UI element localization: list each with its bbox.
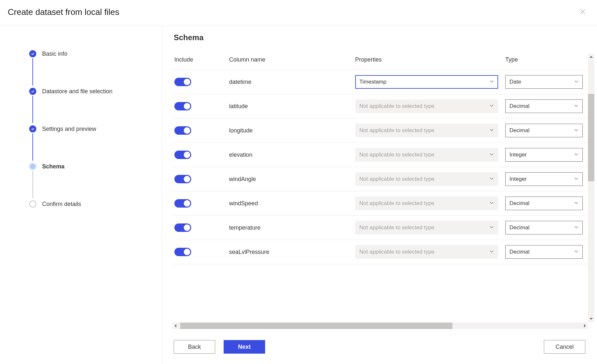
properties-select-disabled: Not applicable to selected type [355,124,498,137]
chevron-down-icon [489,249,494,255]
table-row: elevationNot applicable to selected type… [172,143,588,167]
footer: Back Next Cancel [172,330,597,364]
include-toggle[interactable] [174,102,191,110]
type-select[interactable]: Decimal [505,245,583,259]
include-toggle[interactable] [174,126,191,135]
include-toggle[interactable] [174,78,191,86]
back-button[interactable]: Back [174,340,215,354]
chevron-down-icon [574,127,579,134]
chevron-down-icon [489,79,494,85]
select-value: Decimal [509,200,529,207]
table-row: longitudeNot applicable to selected type… [172,119,588,143]
select-value: Integer [509,152,527,158]
include-toggle[interactable] [174,199,191,208]
type-select[interactable]: Decimal [505,124,583,137]
vertical-scroll-thumb[interactable] [588,94,594,181]
col-header-include: Include [172,54,227,70]
chevron-down-icon [574,79,579,85]
check-icon [29,125,36,132]
select-value: Not applicable to selected type [359,200,435,207]
wizard-sidebar: Basic infoDatastore and file selectionSe… [0,26,162,364]
include-toggle[interactable] [174,175,191,183]
table-row: latitudeNot applicable to selected typeD… [172,94,588,119]
select-value: Decimal [509,224,529,231]
properties-select-disabled: Not applicable to selected type [355,221,498,234]
properties-select-disabled: Not applicable to selected type [355,245,498,259]
table-row: windSpeedNot applicable to selected type… [172,191,588,216]
properties-select-disabled: Not applicable to selected type [355,197,498,210]
scroll-down-arrow[interactable] [588,315,594,322]
table-row: seaLvlPressureNot applicable to selected… [172,240,588,264]
properties-select[interactable]: Timestamp [355,75,498,89]
type-select[interactable]: Integer [505,148,583,162]
cancel-button[interactable]: Cancel [544,340,585,354]
chevron-down-icon [574,103,579,109]
toggle-knob [184,79,190,85]
close-button[interactable] [578,6,588,18]
wizard-step[interactable]: Datastore and file selection [29,87,149,96]
toggle-knob [184,249,190,255]
wizard-step[interactable]: Settings and preview [29,124,149,133]
step-marker-icon [29,200,36,208]
include-toggle[interactable] [174,151,191,159]
include-toggle[interactable] [174,248,191,256]
chevron-down-icon [489,176,494,182]
toggle-knob [184,152,190,158]
include-toggle[interactable] [174,223,191,232]
vertical-scrollbar[interactable] [588,54,594,322]
main-panel: Schema Include Column name Properties Ty… [162,26,597,364]
select-value: Timestamp [359,79,386,85]
scroll-up-arrow[interactable] [588,54,594,60]
next-button[interactable]: Next [224,340,265,354]
table-row: datetimeTimestampDate [172,70,588,94]
column-name-cell: latitude [227,94,353,119]
select-value: Date [509,79,521,85]
chevron-down-icon [489,224,494,231]
column-name-cell: elevation [227,143,353,167]
column-name-cell: longitude [227,119,353,143]
step-label: Settings and preview [42,126,96,132]
wizard-step[interactable]: Basic info [29,49,149,58]
chevron-down-icon [574,200,579,207]
select-value: Decimal [509,127,529,134]
type-select[interactable]: Decimal [505,221,583,234]
step-label: Schema [42,163,64,170]
type-select[interactable]: Date [505,75,583,89]
select-value: Not applicable to selected type [359,249,435,255]
dialog-header: Create dataset from local files [0,0,597,26]
select-value: Decimal [509,103,529,109]
wizard-step[interactable]: Confirm details [29,199,149,209]
select-value: Not applicable to selected type [359,224,435,231]
chevron-down-icon [489,103,494,109]
chevron-down-icon [574,176,579,182]
properties-select-disabled: Not applicable to selected type [355,99,498,113]
select-value: Integer [509,176,527,182]
column-name-cell: seaLvlPressure [227,240,353,264]
type-select[interactable]: Decimal [505,197,583,210]
scroll-right-arrow[interactable] [581,323,588,329]
check-icon [29,88,36,95]
wizard-step[interactable]: Schema [29,162,149,171]
chevron-down-icon [574,249,579,255]
toggle-knob [184,176,190,182]
scroll-left-arrow[interactable] [172,323,179,329]
chevron-down-icon [574,224,579,231]
check-icon [29,50,36,57]
select-value: Decimal [509,249,529,255]
chevron-down-icon [489,152,494,158]
table-row: windAngleNot applicable to selected type… [172,167,588,191]
toggle-knob [184,127,190,134]
horizontal-scroll-thumb[interactable] [180,323,452,329]
select-value: Not applicable to selected type [359,152,435,158]
toggle-knob [184,200,190,207]
horizontal-scrollbar[interactable] [172,323,588,329]
column-name-cell: datetime [227,70,353,94]
select-value: Not applicable to selected type [359,127,435,134]
close-icon [580,9,585,14]
col-header-type: Type [503,54,588,70]
type-select[interactable]: Decimal [505,99,583,113]
toggle-knob [184,103,190,109]
type-select[interactable]: Integer [505,172,583,186]
chevron-down-icon [489,200,494,207]
col-header-name: Column name [227,54,353,70]
